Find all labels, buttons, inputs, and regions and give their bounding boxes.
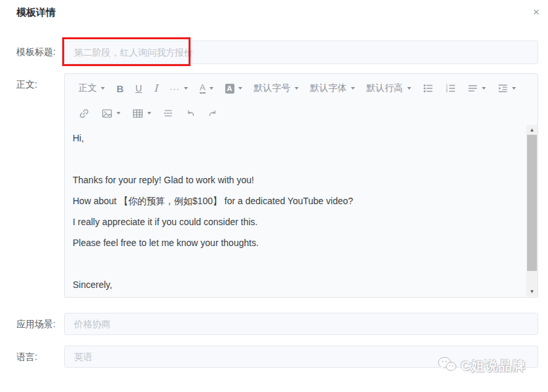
toolbar-font-color-button[interactable]: A [194, 80, 219, 97]
editor-paragraph [73, 152, 517, 166]
toolbar-more-style-label: ··· [170, 84, 180, 94]
toolbar-font-family-label: 默认字体 [310, 82, 347, 94]
toolbar-image-button[interactable] [96, 105, 126, 122]
bullet-list-icon [423, 83, 433, 94]
editor-paragraph: Thanks for your reply! Glad to work with… [73, 173, 517, 187]
toolbar-paragraph-style-button[interactable]: 正文 [73, 80, 111, 97]
toolbar-redo-button[interactable] [202, 105, 224, 122]
toolbar-bullet-list-button[interactable] [417, 80, 439, 97]
chevron-down-icon [117, 112, 120, 115]
align-icon [467, 83, 478, 94]
chevron-down-icon [407, 87, 411, 90]
toolbar-undo-button[interactable] [179, 105, 202, 122]
toolbar-link-button[interactable] [73, 105, 96, 122]
toolbar-more-style-button[interactable]: ··· [164, 80, 194, 97]
watermark-text: C姐说品牌 [461, 357, 526, 375]
rich-text-editor: 正文BUI···AA默认字号默认字体默认行高123 Hi, Thanks for… [64, 73, 538, 298]
toolbar-font-color-label: A [200, 83, 206, 94]
editor-paragraph: Please feel free to let me know your tho… [73, 236, 517, 249]
watermark: C姐说品牌 [437, 356, 526, 376]
editor-scrollbar[interactable]: ▲ ▼ [526, 125, 538, 296]
editor-paragraph: I really appreciate it if you could cons… [73, 215, 517, 228]
language-label: 语言: [16, 351, 37, 363]
toolbar-bold-button[interactable]: B [111, 80, 130, 97]
template-title-input[interactable] [64, 41, 538, 64]
scenario-label: 应用场景: [16, 319, 56, 330]
template-detail-dialog: 模板详情 × 模板标题: 正文: 正文BUI···AA默认字号默认字体默认行高1… [0, 0, 548, 392]
editor-paragraph: How about 【你的预算，例如$100】 for a dedicated … [73, 194, 517, 207]
indent-icon [498, 83, 508, 94]
editor-toolbar-row1: 正文BUI···AA默认字号默认字体默认行高123 [73, 79, 521, 98]
toolbar-font-size-button[interactable]: 默认字号 [248, 80, 304, 97]
scrollbar-down-icon[interactable]: ▼ [526, 287, 538, 296]
template-title-label: 模板标题: [16, 46, 56, 58]
dialog-title: 模板详情 [16, 7, 56, 19]
link-icon [79, 108, 90, 119]
toolbar-indent-button[interactable] [492, 80, 522, 97]
chevron-down-icon [295, 87, 299, 90]
table-icon [132, 108, 143, 119]
undo-icon [185, 108, 196, 118]
editor-paragraph: Sincerely, [73, 278, 517, 291]
toolbar-divider-button[interactable] [157, 105, 179, 122]
scenario-input[interactable] [64, 313, 538, 335]
body-label: 正文: [16, 79, 37, 91]
chevron-down-icon [147, 112, 151, 115]
ordered-list-icon: 123 [445, 83, 456, 94]
toolbar-paragraph-style-label: 正文 [79, 82, 97, 94]
close-icon[interactable]: × [529, 5, 543, 20]
chevron-down-icon [482, 87, 486, 90]
toolbar-ordered-list-button[interactable]: 123 [439, 80, 462, 97]
editor-paragraph [73, 257, 517, 270]
redo-icon [208, 108, 218, 118]
toolbar-align-button[interactable] [462, 80, 492, 97]
toolbar-bg-color-button[interactable]: A [219, 80, 248, 97]
toolbar-underline-label: U [136, 83, 142, 94]
chevron-down-icon [210, 87, 213, 90]
wechat-logo-icon [437, 356, 457, 376]
toolbar-bg-color-label: A [225, 84, 234, 94]
toolbar-underline-button[interactable]: U [130, 80, 148, 97]
editor-paragraph: Hi, [73, 132, 517, 145]
chevron-down-icon [184, 87, 188, 90]
toolbar-bold-label: B [117, 83, 124, 94]
divider-icon [163, 108, 174, 118]
scrollbar-thumb[interactable] [527, 135, 537, 271]
editor-toolbar-row2 [73, 104, 521, 122]
toolbar-table-button[interactable] [126, 105, 157, 122]
chevron-down-icon [238, 87, 242, 90]
toolbar-italic-label: I [154, 82, 158, 94]
image-icon [101, 108, 113, 119]
scrollbar-up-icon[interactable]: ▲ [526, 125, 538, 135]
chevron-down-icon [512, 87, 516, 90]
editor-content[interactable]: Hi, Thanks for your reply! Glad to work … [65, 125, 526, 297]
svg-text:3: 3 [446, 89, 448, 93]
toolbar-line-height-button[interactable]: 默认行高 [361, 80, 417, 97]
chevron-down-icon [101, 87, 105, 90]
toolbar-font-family-button[interactable]: 默认字体 [304, 80, 361, 97]
toolbar-font-size-label: 默认字号 [254, 82, 291, 94]
toolbar-italic-button[interactable]: I [148, 80, 164, 97]
toolbar-line-height-label: 默认行高 [367, 82, 403, 94]
chevron-down-icon [351, 87, 355, 90]
